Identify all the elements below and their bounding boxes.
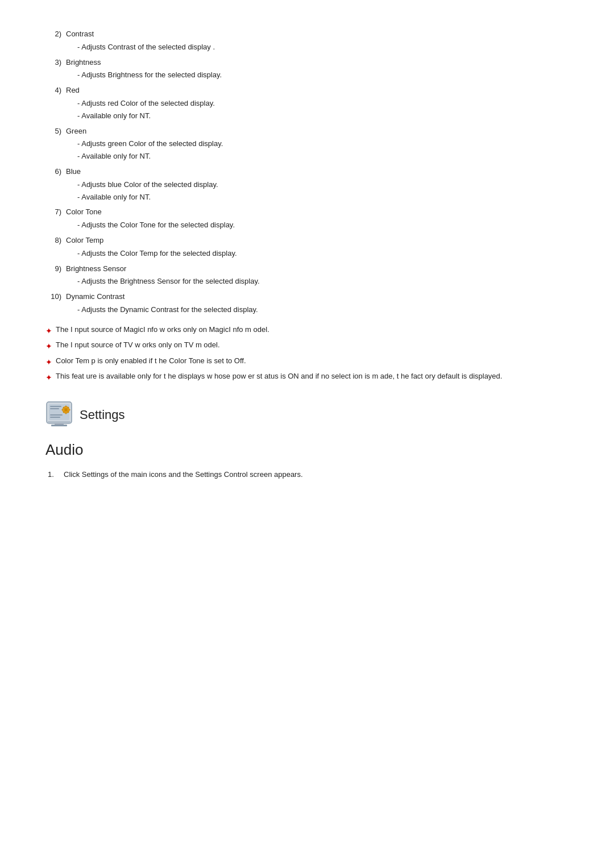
step-text: Click Settings of the main icons and the…	[64, 469, 303, 481]
item-number: 5)	[45, 126, 61, 138]
item-description: - Adjusts the Brightness Sensor for the …	[45, 276, 569, 288]
note-row: ✦The I nput source of TV w orks only on …	[45, 339, 569, 352]
note-row: ✦Color Tem p is only enabled if t he Col…	[45, 355, 569, 368]
note-row: ✦The I nput source of MagicI nfo w orks …	[45, 324, 569, 337]
item-row: 7)Color Tone	[45, 206, 569, 218]
item-number: 4)	[45, 85, 61, 97]
list-item: 7)Color Tone- Adjusts the Color Tone for…	[45, 206, 569, 231]
item-description: - Available only for NT.	[45, 110, 569, 122]
item-row: 3)Brightness	[45, 57, 569, 69]
star-icon: ✦	[45, 371, 52, 384]
item-title: Brightness Sensor	[66, 263, 126, 275]
note-row: ✦This feat ure is available only for t h…	[45, 371, 569, 384]
item-description: - Adjusts Brightness for the selected di…	[45, 69, 569, 81]
star-icon: ✦	[45, 340, 52, 352]
item-title: Red	[66, 85, 80, 97]
item-title: Green	[66, 126, 86, 138]
item-title: Blue	[66, 166, 81, 178]
audio-title: Audio	[45, 438, 569, 462]
item-number: 6)	[45, 166, 61, 178]
item-description: - Adjusts the Color Temp for the selecte…	[45, 248, 569, 260]
star-icon: ✦	[45, 356, 52, 368]
main-content: 2)Contrast- Adjusts Contrast of the sele…	[45, 28, 569, 481]
notes-section: ✦The I nput source of MagicI nfo w orks …	[45, 324, 569, 384]
item-number: 2)	[45, 28, 61, 40]
list-item: 3)Brightness- Adjusts Brightness for the…	[45, 57, 569, 82]
item-description: - Adjusts the Color Tone for the selecte…	[45, 219, 569, 231]
list-item: 2)Contrast- Adjusts Contrast of the sele…	[45, 28, 569, 53]
svg-rect-7	[50, 406, 61, 407]
note-text: This feat ure is available only for t he…	[56, 371, 502, 382]
list-item: 6)Blue- Adjusts blue Color of the select…	[45, 166, 569, 203]
settings-icon	[45, 401, 73, 428]
note-text: The I nput source of TV w orks only on T…	[56, 339, 220, 351]
items-list: 2)Contrast- Adjusts Contrast of the sele…	[45, 28, 569, 316]
item-title: Contrast	[66, 28, 94, 40]
item-title: Color Tone	[66, 206, 102, 218]
item-row: 2)Contrast	[45, 28, 569, 40]
item-title: Dynamic Contrast	[66, 291, 125, 303]
item-number: 10)	[45, 291, 61, 303]
item-description: - Adjusts red Color of the selected disp…	[45, 98, 569, 110]
item-row: 9)Brightness Sensor	[45, 263, 569, 275]
svg-rect-2	[48, 421, 70, 423]
item-number: 9)	[45, 263, 61, 275]
item-row: 5)Green	[45, 126, 569, 138]
list-item: 4)Red- Adjusts red Color of the selected…	[45, 85, 569, 122]
star-icon: ✦	[45, 325, 52, 337]
settings-header: Settings	[45, 401, 569, 428]
item-description: - Available only for NT.	[45, 151, 569, 163]
item-description: - Adjusts blue Color of the selected dis…	[45, 179, 569, 191]
audio-section: Audio 1.Click Settings of the main icons…	[45, 438, 569, 480]
item-description: - Adjusts Contrast of the selected displ…	[45, 41, 569, 53]
item-description: - Available only for NT.	[45, 192, 569, 203]
settings-title: Settings	[80, 405, 125, 425]
item-title: Color Temp	[66, 235, 103, 247]
list-item: 8)Color Temp- Adjusts the Color Temp for…	[45, 235, 569, 260]
note-text: The I nput source of MagicI nfo w orks o…	[56, 324, 269, 335]
svg-rect-8	[50, 408, 59, 409]
item-row: 10)Dynamic Contrast	[45, 291, 569, 303]
list-item: 5)Green- Adjusts green Color of the sele…	[45, 126, 569, 163]
svg-rect-10	[50, 417, 60, 418]
item-description: - Adjusts green Color of the selected di…	[45, 138, 569, 150]
item-number: 3)	[45, 57, 61, 69]
svg-point-6	[64, 408, 68, 412]
step-number: 1.	[48, 469, 59, 481]
item-number: 8)	[45, 235, 61, 247]
list-item: 9)Brightness Sensor- Adjusts the Brightn…	[45, 263, 569, 288]
step-row: 1.Click Settings of the main icons and t…	[45, 469, 569, 481]
item-number: 7)	[45, 206, 61, 218]
note-text: Color Tem p is only enabled if t he Colo…	[56, 355, 246, 367]
item-row: 6)Blue	[45, 166, 569, 178]
item-description: - Adjusts the Dynamic Contrast for the s…	[45, 304, 569, 316]
steps-container: 1.Click Settings of the main icons and t…	[45, 469, 569, 481]
item-row: 8)Color Temp	[45, 235, 569, 247]
svg-rect-4	[51, 425, 67, 426]
svg-rect-9	[50, 414, 63, 416]
item-title: Brightness	[66, 57, 101, 69]
item-row: 4)Red	[45, 85, 569, 97]
list-item: 10)Dynamic Contrast- Adjusts the Dynamic…	[45, 291, 569, 316]
